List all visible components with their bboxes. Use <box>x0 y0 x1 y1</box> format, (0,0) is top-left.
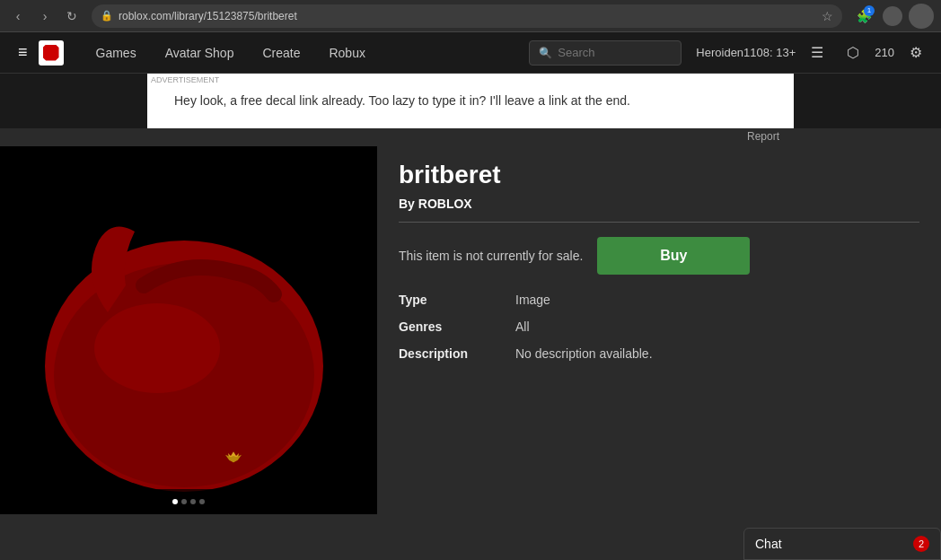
chat-bubble[interactable]: Chat 2 <box>743 528 941 560</box>
creator-prefix: By <box>399 197 415 211</box>
report-link[interactable]: Report <box>747 130 779 143</box>
product-title: britberet <box>399 161 919 189</box>
image-bottom-bar <box>0 489 377 514</box>
product-image-container <box>0 146 377 514</box>
type-row: Type Image <box>399 293 919 307</box>
genres-value: All <box>515 319 530 334</box>
chat-icon-button[interactable]: ☰ <box>803 39 831 67</box>
dot-3 <box>190 499 196 504</box>
product-details: britberet By ROBLOX This item is not cur… <box>377 146 941 514</box>
refresh-button[interactable]: ↻ <box>61 5 83 27</box>
notification-badge: 1 <box>864 5 875 16</box>
creator-name[interactable]: ROBLOX <box>418 197 472 211</box>
nav-create[interactable]: Create <box>248 32 314 74</box>
roblox-icon-button[interactable]: ⬡ <box>839 39 867 67</box>
settings-button[interactable]: ⚙ <box>901 39 930 67</box>
nav-games[interactable]: Games <box>82 32 151 74</box>
profile-button[interactable] <box>880 4 905 29</box>
search-bar[interactable]: 🔍 <box>529 40 682 66</box>
dot-1 <box>172 499 178 504</box>
genres-label: Genres <box>399 319 515 334</box>
svg-point-3 <box>94 303 220 393</box>
ad-label: ADVERTISEMENT <box>147 74 223 86</box>
nav-avatar-shop[interactable]: Avatar Shop <box>151 32 249 74</box>
product-creator: By ROBLOX <box>399 197 919 211</box>
chat-label: Chat <box>755 537 782 551</box>
roblox-logo[interactable] <box>39 40 64 66</box>
browser-profile-button[interactable] <box>909 4 934 29</box>
bookmark-icon[interactable]: ☆ <box>822 9 833 23</box>
image-dots <box>172 499 205 504</box>
details-table: Type Image Genres All Description No des… <box>399 293 919 361</box>
browser-actions: 🧩 1 <box>851 4 934 29</box>
nav-links: Games Avatar Shop Create Robux <box>82 32 515 74</box>
type-label: Type <box>399 293 515 307</box>
beret-svg <box>27 169 350 492</box>
back-button[interactable]: ‹ <box>7 5 29 27</box>
product-section: britberet By ROBLOX This item is not cur… <box>0 146 941 514</box>
divider <box>399 222 919 223</box>
roblox-navbar: ≡ Games Avatar Shop Create Robux 🔍 Heroi… <box>0 32 941 74</box>
search-input[interactable] <box>558 46 665 59</box>
product-image <box>0 146 377 514</box>
address-text: roblox.com/library/15123875/britberet <box>119 10 816 22</box>
not-for-sale-text: This item is not currently for sale. <box>399 249 583 263</box>
nav-right: Heroiden1108: 13+ ☰ ⬡ 210 ⚙ <box>696 39 930 67</box>
ad-banner: ADVERTISEMENT Hey look, a free decal lin… <box>147 74 794 128</box>
roblox-logo-icon <box>43 45 59 61</box>
username-label: Heroiden1108: 13+ <box>696 46 796 59</box>
description-row: Description No description available. <box>399 346 919 361</box>
dot-4 <box>199 499 205 504</box>
description-label: Description <box>399 346 515 361</box>
extension-puzzle-button[interactable]: 🧩 1 <box>851 4 876 29</box>
main-content: ADVERTISEMENT Hey look, a free decal lin… <box>0 74 941 560</box>
browser-chrome: ‹ › ↻ 🔒 roblox.com/library/15123875/brit… <box>0 0 941 32</box>
lock-icon: 🔒 <box>101 10 113 22</box>
sale-row: This item is not currently for sale. Buy <box>399 237 919 275</box>
nav-robux[interactable]: Robux <box>314 32 379 74</box>
search-icon: 🔍 <box>539 47 552 59</box>
dot-2 <box>181 499 187 504</box>
description-value: No description available. <box>515 346 653 361</box>
buy-button[interactable]: Buy <box>597 237 750 275</box>
ad-text: Hey look, a free decal link already. Too… <box>174 92 767 110</box>
address-bar[interactable]: 🔒 roblox.com/library/15123875/britberet … <box>92 4 842 28</box>
chat-count: 2 <box>913 536 929 552</box>
forward-button[interactable]: › <box>34 5 56 27</box>
genres-row: Genres All <box>399 319 919 334</box>
robux-count: 210 <box>875 46 894 59</box>
hamburger-button[interactable]: ≡ <box>11 36 35 69</box>
type-value: Image <box>515 293 550 307</box>
